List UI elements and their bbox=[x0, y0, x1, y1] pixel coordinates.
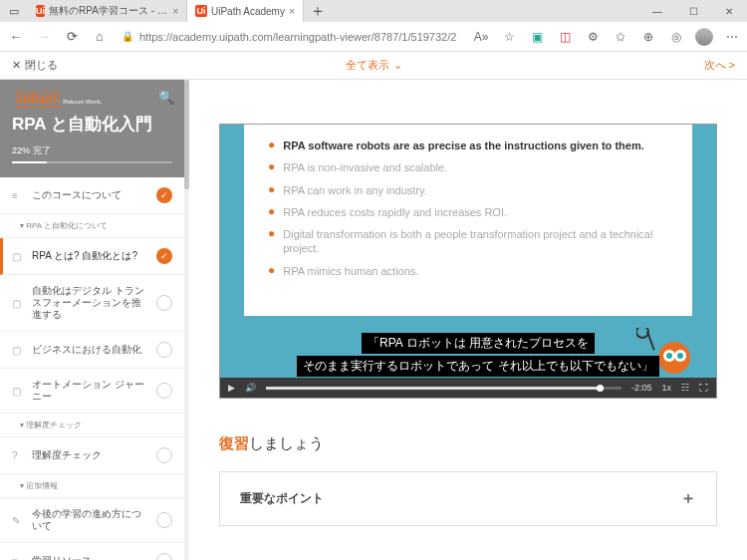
bullet-text: Digital transformation is both a people … bbox=[283, 227, 668, 256]
item-icon: ▢ bbox=[12, 386, 24, 397]
bullet-dot-icon: ● bbox=[268, 139, 275, 152]
star-icon[interactable]: ☆ bbox=[500, 28, 518, 46]
item-label: オートメーション ジャーニー bbox=[32, 379, 148, 403]
tab-title: 無料のRPA学習コース - オンライント bbox=[49, 4, 168, 18]
ext-icon[interactable]: ◎ bbox=[667, 28, 685, 46]
tab-title: UiPath Academy bbox=[211, 6, 285, 17]
tab-favicon: Ui bbox=[195, 5, 207, 17]
sidebar-item[interactable]: ✎今後の学習の進め方について bbox=[0, 498, 184, 543]
sidebar-item[interactable]: ≡学習リソース bbox=[0, 543, 184, 560]
ext-icon[interactable]: ⚙ bbox=[584, 28, 602, 46]
item-label: 自動化はデジタル トランスフォーメーションを推進する bbox=[32, 285, 148, 321]
review-section: 復習しましょう 重要なポイント ＋ bbox=[219, 434, 717, 526]
item-icon: ≡ bbox=[12, 190, 24, 201]
sidebar-subsection[interactable]: ▾ 理解度チェック bbox=[0, 414, 184, 437]
window-maximize-button[interactable]: ☐ bbox=[675, 0, 711, 22]
new-tab-button[interactable]: ＋ bbox=[304, 0, 332, 22]
profile-avatar[interactable] bbox=[695, 28, 713, 46]
bullet-dot-icon: ● bbox=[268, 160, 275, 174]
url-text[interactable]: https://academy.uipath.com/learningpath-… bbox=[139, 31, 456, 43]
item-label: 今後の学習の進め方について bbox=[32, 508, 148, 532]
browser-tab-active[interactable]: Ui UiPath Academy × bbox=[187, 0, 304, 22]
main-content: ●RPA software robots are as precise as t… bbox=[189, 80, 747, 560]
volume-button[interactable]: 🔊 bbox=[245, 383, 256, 393]
window-close-button[interactable]: ✕ bbox=[711, 0, 747, 22]
slide-bullet: ●RPA is non-invasive and scalable. bbox=[268, 160, 668, 174]
item-label: RPA とは? 自動化とは? bbox=[32, 250, 148, 262]
video-caption: 「RPA ロボットは 用意されたプロセスを そのまま実行するロボットであって そ… bbox=[280, 332, 676, 378]
slide-bullet: ●RPA reduces costs rapidly and increases… bbox=[268, 205, 668, 219]
check-pending-icon bbox=[156, 512, 172, 528]
collections-icon[interactable]: ⊕ bbox=[639, 28, 657, 46]
check-pending-icon bbox=[156, 553, 172, 560]
sidebar-subsection[interactable]: ▾ 追加情報 bbox=[0, 474, 184, 498]
ext-icon[interactable]: ▣ bbox=[528, 28, 546, 46]
progress-text: 22% 完了 bbox=[12, 144, 172, 157]
reader-icon[interactable]: A» bbox=[472, 28, 490, 46]
captions-button[interactable]: ☷ bbox=[681, 383, 689, 393]
video-player[interactable]: ●RPA software robots are as precise as t… bbox=[219, 124, 717, 399]
show-all-label: 全て表示 bbox=[346, 58, 389, 73]
menu-icon[interactable]: ⋯ bbox=[723, 28, 741, 46]
close-icon: ✕ bbox=[12, 59, 21, 72]
check-done-icon: ✓ bbox=[156, 187, 172, 203]
sidebar-header: UiPath Reboot Work. 🔍 RPA と自動化入門 22% 完了 bbox=[0, 80, 184, 177]
bullet-dot-icon: ● bbox=[268, 183, 275, 197]
sidebar-item[interactable]: ≡このコースについて✓ bbox=[0, 177, 184, 214]
close-course-button[interactable]: ✕ 閉じる bbox=[12, 58, 58, 73]
video-progress[interactable] bbox=[266, 387, 622, 390]
bullet-text: RPA reduces costs rapidly and increases … bbox=[283, 205, 507, 219]
slide-content: ●RPA software robots are as precise as t… bbox=[244, 125, 692, 316]
favorites-icon[interactable]: ✩ bbox=[612, 28, 629, 46]
window-minimize-button[interactable]: — bbox=[639, 0, 675, 22]
bullet-text: RPA can work in any industry. bbox=[283, 183, 427, 197]
lock-icon[interactable]: 🔒 bbox=[122, 31, 133, 42]
fullscreen-button[interactable]: ⛶ bbox=[699, 383, 708, 393]
review-box-label: 重要なポイント bbox=[240, 490, 324, 507]
search-icon[interactable]: 🔍 bbox=[158, 90, 174, 105]
uipath-logo: UiPath Reboot Work. bbox=[12, 91, 106, 109]
bullet-dot-icon: ● bbox=[268, 227, 275, 256]
sidebar-scrollbar[interactable] bbox=[184, 80, 189, 560]
sidebar-subsection[interactable]: ▾ RPA と自動化について bbox=[0, 214, 184, 238]
check-done-icon: ✓ bbox=[156, 248, 172, 264]
item-label: 理解度チェック bbox=[32, 449, 148, 461]
video-controls: ▶ 🔊 -2:05 1x ☷ ⛶ bbox=[220, 378, 716, 398]
check-pending-icon bbox=[156, 295, 172, 311]
check-pending-icon bbox=[156, 383, 172, 399]
tabs-overview-button[interactable]: ▭ bbox=[0, 0, 28, 22]
item-icon: ▢ bbox=[12, 251, 24, 262]
sidebar-item[interactable]: ▢自動化はデジタル トランスフォーメーションを推進する bbox=[0, 275, 184, 332]
slide-bullet: ●RPA mimics human actions. bbox=[268, 264, 668, 278]
item-icon: ? bbox=[12, 450, 24, 461]
check-pending-icon bbox=[156, 342, 172, 358]
review-expand[interactable]: 重要なポイント ＋ bbox=[219, 471, 717, 526]
home-button[interactable]: ⌂ bbox=[90, 27, 110, 47]
bullet-text: RPA software robots are as precise as th… bbox=[283, 139, 643, 152]
close-tab-icon[interactable]: × bbox=[289, 6, 295, 17]
page-sub-bar: ✕ 閉じる 全て表示 ⌄ 次へ > bbox=[0, 52, 747, 80]
play-button[interactable]: ▶ bbox=[228, 383, 235, 393]
refresh-button[interactable]: ⟳ bbox=[62, 27, 82, 47]
sidebar-item[interactable]: ▢オートメーション ジャーニー bbox=[0, 369, 184, 414]
speed-button[interactable]: 1x bbox=[661, 383, 671, 393]
bullet-dot-icon: ● bbox=[268, 264, 275, 278]
back-button[interactable]: ← bbox=[6, 27, 26, 47]
slide-bullet: ●Digital transformation is both a people… bbox=[268, 227, 668, 256]
ext-icon[interactable]: ◫ bbox=[556, 28, 574, 46]
slide-bullet: ●RPA can work in any industry. bbox=[268, 183, 668, 197]
item-label: このコースについて bbox=[32, 189, 148, 201]
sidebar-item[interactable]: ▢RPA とは? 自動化とは?✓ bbox=[0, 238, 184, 275]
course-sidebar: UiPath Reboot Work. 🔍 RPA と自動化入門 22% 完了 … bbox=[0, 80, 184, 560]
sidebar-item[interactable]: ?理解度チェック bbox=[0, 437, 184, 474]
browser-tab[interactable]: Ui 無料のRPA学習コース - オンライント × bbox=[28, 0, 187, 22]
slide-bullet: ●RPA software robots are as precise as t… bbox=[268, 139, 668, 152]
sidebar-item[interactable]: ▢ビジネスにおける自動化 bbox=[0, 332, 184, 369]
bullet-text: RPA mimics human actions. bbox=[283, 264, 418, 278]
next-link[interactable]: 次へ > bbox=[704, 58, 735, 73]
progress-bar bbox=[12, 161, 172, 163]
show-all-toggle[interactable]: 全て表示 ⌄ bbox=[346, 58, 402, 73]
browser-titlebar: ▭ Ui 無料のRPA学習コース - オンライント × Ui UiPath Ac… bbox=[0, 0, 747, 22]
caption-line: そのまま実行するロボットであって それ以上でも以下でもない」 bbox=[297, 356, 658, 377]
close-tab-icon[interactable]: × bbox=[172, 6, 178, 17]
